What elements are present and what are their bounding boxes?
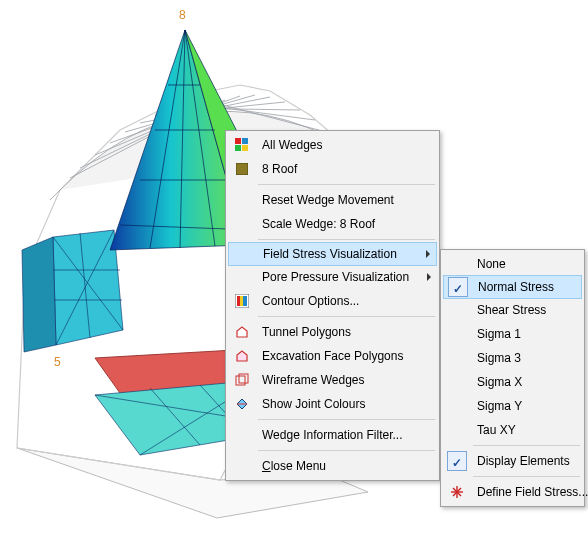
menu-wireframe-wedges[interactable]: Wireframe Wedges — [228, 368, 437, 392]
menu-label: Tau XY — [471, 423, 562, 437]
node-label-5: 5 — [54, 355, 61, 369]
menu-label: Shear Stress — [471, 303, 562, 317]
submenu-sigma-y[interactable]: Sigma Y — [443, 394, 582, 418]
menu-label: Excavation Face Polygons — [256, 349, 417, 363]
blank-icon — [228, 188, 256, 212]
check-icon — [443, 449, 471, 473]
wireframe-icon — [228, 368, 256, 392]
node-label-8: 8 — [179, 8, 186, 22]
submenu-arrow-icon — [426, 250, 430, 258]
menu-label: Scale Wedge: 8 Roof — [256, 217, 417, 231]
define-stress-icon — [443, 480, 471, 504]
menu-close[interactable]: Close Menu — [228, 454, 437, 478]
submenu-arrow-icon — [427, 273, 431, 281]
submenu-sigma-1[interactable]: Sigma 1 — [443, 322, 582, 346]
svg-rect-40 — [237, 296, 240, 306]
menu-pore-pressure-visualization[interactable]: Pore Pressure Visualization — [228, 265, 437, 289]
menu-label: Wireframe Wedges — [256, 373, 417, 387]
separator — [258, 184, 435, 185]
menu-excavation-face-polygons[interactable]: Excavation Face Polygons — [228, 344, 437, 368]
all-wedges-icon — [228, 133, 256, 157]
svg-rect-35 — [242, 138, 248, 144]
blank-icon — [443, 418, 471, 442]
submenu-define-field-stress[interactable]: Define Field Stress... — [443, 480, 582, 504]
menu-label: Sigma 3 — [471, 351, 562, 365]
menu-label: Display Elements — [471, 454, 570, 468]
menu-tunnel-polygons[interactable]: Tunnel Polygons — [228, 320, 437, 344]
separator — [473, 476, 580, 477]
submenu-sigma-3[interactable]: Sigma 3 — [443, 346, 582, 370]
check-icon — [444, 275, 472, 299]
blank-icon — [443, 252, 471, 276]
menu-label: Pore Pressure Visualization — [256, 270, 417, 284]
menu-roof-wedge[interactable]: 8 Roof — [228, 157, 437, 181]
separator — [258, 239, 435, 240]
blank-icon — [228, 423, 256, 447]
submenu-display-elements[interactable]: Display Elements — [443, 449, 582, 473]
menu-label: 8 Roof — [256, 162, 417, 176]
menu-reset-wedge-movement[interactable]: Reset Wedge Movement — [228, 188, 437, 212]
submenu-normal-stress[interactable]: Normal Stress — [443, 275, 582, 299]
contour-icon — [228, 289, 256, 313]
submenu-none[interactable]: None — [443, 252, 582, 276]
context-menu: All Wedges 8 Roof Reset Wedge Movement S… — [225, 130, 440, 481]
wedge-icon — [228, 157, 256, 181]
menu-label: None — [471, 257, 562, 271]
svg-rect-46 — [239, 374, 248, 383]
svg-marker-44 — [237, 351, 247, 361]
menu-label: Show Joint Colours — [256, 397, 417, 411]
separator — [258, 316, 435, 317]
svg-rect-37 — [242, 145, 248, 151]
menu-scale-wedge[interactable]: Scale Wedge: 8 Roof — [228, 212, 437, 236]
joint-colours-icon — [228, 392, 256, 416]
menu-label: Contour Options... — [256, 294, 417, 308]
menu-label: Field Stress Visualization — [257, 247, 416, 261]
svg-rect-42 — [243, 296, 247, 306]
separator — [258, 450, 435, 451]
separator — [258, 419, 435, 420]
blank-icon — [443, 322, 471, 346]
svg-rect-45 — [236, 376, 245, 385]
svg-marker-14 — [22, 237, 56, 352]
field-stress-submenu: None Normal Stress Shear Stress Sigma 1 … — [440, 249, 585, 507]
svg-marker-43 — [237, 327, 247, 337]
menu-label: Normal Stress — [472, 280, 561, 294]
menu-label: Sigma Y — [471, 399, 562, 413]
menu-label: All Wedges — [256, 138, 417, 152]
menu-label: Wedge Information Filter... — [256, 428, 417, 442]
blank-icon — [443, 370, 471, 394]
menu-show-joint-colours[interactable]: Show Joint Colours — [228, 392, 437, 416]
svg-rect-38 — [236, 163, 248, 175]
blank-icon — [228, 265, 256, 289]
blank-icon — [443, 394, 471, 418]
svg-rect-34 — [235, 138, 241, 144]
menu-field-stress-visualization[interactable]: Field Stress Visualization — [228, 242, 437, 266]
menu-all-wedges[interactable]: All Wedges — [228, 133, 437, 157]
menu-label: Close Menu — [256, 459, 417, 473]
excavation-face-icon — [228, 344, 256, 368]
blank-icon — [443, 346, 471, 370]
menu-label: Define Field Stress... — [471, 485, 588, 499]
menu-wedge-information-filter[interactable]: Wedge Information Filter... — [228, 423, 437, 447]
menu-contour-options[interactable]: Contour Options... — [228, 289, 437, 313]
tunnel-polygon-icon — [228, 320, 256, 344]
blank-icon — [228, 212, 256, 236]
separator — [473, 445, 580, 446]
menu-label: Reset Wedge Movement — [256, 193, 417, 207]
submenu-sigma-x[interactable]: Sigma X — [443, 370, 582, 394]
blank-icon — [229, 242, 257, 266]
submenu-tau-xy[interactable]: Tau XY — [443, 418, 582, 442]
menu-label: Sigma 1 — [471, 327, 562, 341]
svg-rect-36 — [235, 145, 241, 151]
svg-rect-41 — [240, 296, 243, 306]
blank-icon — [443, 298, 471, 322]
menu-label: Tunnel Polygons — [256, 325, 417, 339]
blank-icon — [228, 454, 256, 478]
menu-label: Sigma X — [471, 375, 562, 389]
submenu-shear-stress[interactable]: Shear Stress — [443, 298, 582, 322]
